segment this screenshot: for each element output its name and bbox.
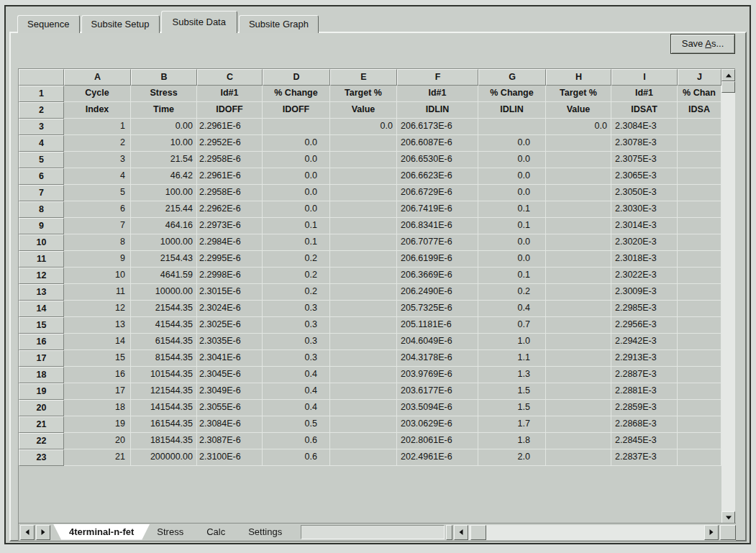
header-cell[interactable]: IDOFF [263, 102, 330, 119]
row-header-21[interactable]: 21 [19, 416, 64, 433]
sheet-tab-settings[interactable]: Settings [232, 524, 298, 540]
row-header-22[interactable]: 22 [19, 433, 64, 449]
data-cell[interactable] [546, 350, 611, 367]
data-cell[interactable]: 2.0 [478, 449, 546, 466]
data-cell[interactable]: 2.2887E-3 [611, 367, 678, 383]
data-cell[interactable]: 0.0 [263, 185, 330, 201]
column-header-B[interactable]: B [131, 69, 197, 86]
data-cell[interactable]: 2.2961E-6 [197, 119, 263, 135]
data-cell[interactable]: 206.3669E-6 [397, 268, 478, 284]
data-cell[interactable]: 2.3022E-3 [611, 268, 678, 284]
data-cell[interactable]: 2.3009E-3 [611, 284, 678, 301]
header-cell[interactable]: % Chan [678, 86, 721, 102]
data-cell[interactable]: 81544.35 [131, 350, 197, 367]
data-cell[interactable]: 0.4 [263, 367, 330, 383]
data-cell[interactable] [330, 284, 397, 301]
data-cell[interactable] [678, 152, 721, 168]
header-cell[interactable]: Value [546, 102, 611, 119]
data-cell[interactable] [678, 218, 721, 234]
data-cell[interactable] [330, 268, 397, 284]
data-cell[interactable]: 205.1181E-6 [397, 317, 478, 334]
column-header-A[interactable]: A [64, 69, 131, 86]
sheet-tab-4terminal-n-fet[interactable]: 4terminal-n-fet [53, 524, 150, 540]
data-cell[interactable]: 205.7325E-6 [397, 301, 478, 317]
data-cell[interactable]: 19 [64, 416, 131, 433]
row-header-3[interactable]: 3 [19, 119, 64, 135]
row-header-23[interactable]: 23 [19, 449, 64, 466]
row-header-11[interactable]: 11 [19, 251, 64, 268]
data-cell[interactable]: 206.6530E-6 [397, 152, 478, 168]
data-cell[interactable]: 2.2913E-3 [611, 350, 678, 367]
data-cell[interactable]: 13 [64, 317, 131, 334]
data-cell[interactable] [330, 367, 397, 383]
data-cell[interactable]: 46.42 [131, 168, 197, 185]
row-header-18[interactable]: 18 [19, 367, 64, 383]
row-header-16[interactable]: 16 [19, 334, 64, 350]
data-cell[interactable]: 2.3020E-3 [611, 234, 678, 251]
horizontal-scroll-thumb[interactable] [470, 525, 486, 540]
data-cell[interactable]: 2.2956E-3 [611, 317, 678, 334]
data-cell[interactable]: 7 [64, 218, 131, 234]
data-cell[interactable] [546, 383, 611, 400]
data-cell[interactable] [330, 218, 397, 234]
data-cell[interactable]: 0.0 [330, 119, 397, 135]
data-cell[interactable]: 2.3030E-3 [611, 201, 678, 218]
data-cell[interactable]: 0.4 [478, 301, 546, 317]
column-header-J[interactable]: J [678, 69, 721, 86]
column-header-H[interactable]: H [546, 69, 611, 86]
data-cell[interactable]: 1.8 [478, 433, 546, 449]
header-cell[interactable]: Stress [131, 86, 197, 102]
data-cell[interactable]: 0.0 [263, 152, 330, 168]
data-cell[interactable]: 2.2845E-3 [611, 433, 678, 449]
data-cell[interactable]: 0.3 [263, 334, 330, 350]
column-header-I[interactable]: I [611, 69, 678, 86]
data-cell[interactable]: 2.3018E-3 [611, 251, 678, 268]
data-cell[interactable]: 0.6 [263, 433, 330, 449]
vertical-scroll-thumb[interactable] [721, 81, 735, 93]
header-cell[interactable]: Index [64, 102, 131, 119]
data-cell[interactable]: 21.54 [131, 152, 197, 168]
sheet-tab-scroll-right-button[interactable] [36, 525, 50, 540]
data-cell[interactable]: 0.0 [478, 251, 546, 268]
data-cell[interactable]: 14 [64, 334, 131, 350]
data-cell[interactable]: 0.4 [263, 383, 330, 400]
data-cell[interactable] [678, 383, 721, 400]
data-cell[interactable]: 0.6 [263, 449, 330, 466]
data-cell[interactable] [330, 152, 397, 168]
data-cell[interactable]: 215.44 [131, 201, 197, 218]
data-cell[interactable] [478, 119, 546, 135]
data-cell[interactable] [546, 449, 611, 466]
data-cell[interactable]: 203.5094E-6 [397, 400, 478, 416]
data-cell[interactable]: 16 [64, 367, 131, 383]
data-cell[interactable] [546, 168, 611, 185]
data-cell[interactable] [678, 416, 721, 433]
data-cell[interactable]: 0.4 [263, 400, 330, 416]
data-cell[interactable]: 202.8061E-6 [397, 433, 478, 449]
tab-subsite-graph[interactable]: Subsite Graph [239, 15, 319, 33]
data-cell[interactable] [678, 234, 721, 251]
data-cell[interactable]: 0.0 [478, 152, 546, 168]
data-cell[interactable] [678, 251, 721, 268]
data-cell[interactable]: 2.3087E-6 [197, 433, 263, 449]
data-cell[interactable]: 0.0 [263, 201, 330, 218]
row-header-20[interactable]: 20 [19, 400, 64, 416]
data-cell[interactable]: 0.00 [131, 119, 197, 135]
row-header-8[interactable]: 8 [19, 201, 64, 218]
data-cell[interactable]: 15 [64, 350, 131, 367]
data-cell[interactable]: 10000.00 [131, 284, 197, 301]
data-cell[interactable] [546, 152, 611, 168]
data-cell[interactable]: 1 [64, 119, 131, 135]
data-cell[interactable]: 202.4961E-6 [397, 449, 478, 466]
data-cell[interactable]: 203.9769E-6 [397, 367, 478, 383]
data-cell[interactable]: 206.7077E-6 [397, 234, 478, 251]
data-cell[interactable]: 0.3 [263, 301, 330, 317]
data-cell[interactable]: 2.3025E-6 [197, 317, 263, 334]
data-cell[interactable] [678, 168, 721, 185]
header-cell[interactable]: % Change [263, 86, 330, 102]
data-cell[interactable] [546, 218, 611, 234]
data-cell[interactable]: 2.3045E-6 [197, 367, 263, 383]
data-cell[interactable] [678, 367, 721, 383]
data-cell[interactable]: 206.6729E-6 [397, 185, 478, 201]
data-cell[interactable]: 0.1 [478, 201, 546, 218]
data-cell[interactable] [546, 433, 611, 449]
